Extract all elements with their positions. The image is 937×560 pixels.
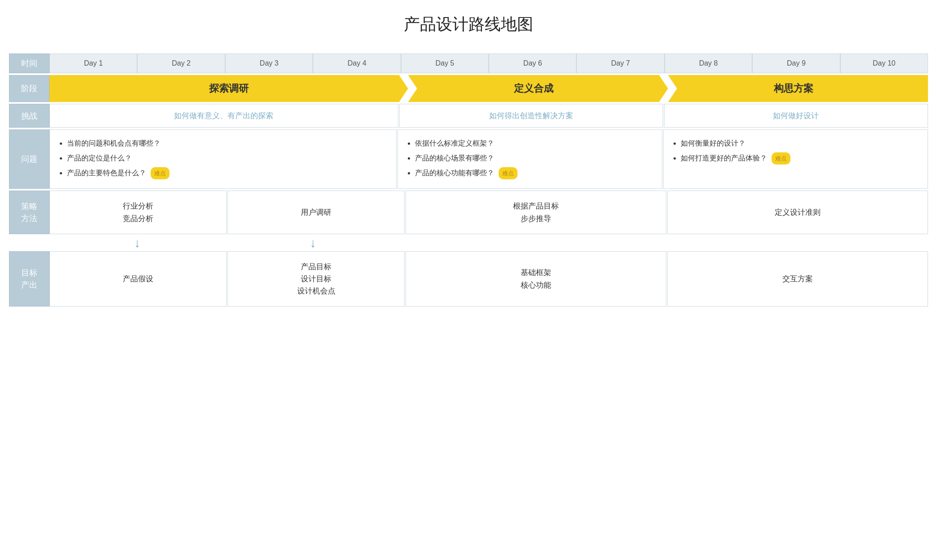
time-cells: Day 1 Day 2 Day 3 Day 4 Day 5 Day 6 Day … <box>49 53 928 73</box>
problem-1-item-3: 产品的主要特色是什么？ 难点 <box>67 167 387 180</box>
strategy-content: 行业分析竞品分析 用户调研 根据产品目标步步推导 定义设计准则 <box>49 191 928 234</box>
time-label: 时间 <box>9 53 49 73</box>
problem-label: 问题 <box>9 129 49 189</box>
problem-2-item-1: 依据什么标准定义框架？ <box>415 137 653 150</box>
output-label: 目标产出 <box>9 251 49 307</box>
arrow-1b: ↓ <box>225 235 401 251</box>
nandian-3: 难点 <box>772 152 790 164</box>
day-7: Day 7 <box>576 53 664 73</box>
problem-3-item-2: 如何打造更好的产品体验？ 难点 <box>681 152 919 165</box>
problem-box-3: 如何衡量好的设计？ 如何打造更好的产品体验？ 难点 <box>663 129 928 189</box>
problem-box-1: 当前的问题和机会点有哪些？ 产品的定位是什么？ 产品的主要特色是什么？ 难点 <box>49 129 397 189</box>
phase-3: 构思方案 <box>659 75 928 102</box>
output-1a: 产品假设 <box>49 251 227 307</box>
challenge-row: 挑战 如何做有意义、有产出的探索 如何得出创造性解决方案 如何做好设计 <box>9 104 928 128</box>
output-1b: 产品目标设计目标设计机会点 <box>228 251 405 307</box>
challenge-content: 如何做有意义、有产出的探索 如何得出创造性解决方案 如何做好设计 <box>49 104 928 128</box>
problem-row: 问题 当前的问题和机会点有哪些？ 产品的定位是什么？ 产品的主要特色是什么？ 难… <box>9 129 928 189</box>
day-2: Day 2 <box>137 53 225 73</box>
strategy-row: 策略方法 行业分析竞品分析 用户调研 根据产品目标步步推导 定义设计准则 <box>9 191 928 234</box>
output-content: 产品假设 产品目标设计目标设计机会点 基础框架核心功能 交互方案 <box>49 251 928 307</box>
challenge-label: 挑战 <box>9 104 49 128</box>
nandian-2: 难点 <box>499 167 518 179</box>
challenge-3: 如何做好设计 <box>664 104 928 128</box>
day-1: Day 1 <box>49 53 137 73</box>
phase-content: 探索调研 定义合成 构思方案 <box>49 75 928 102</box>
phase-label: 阶段 <box>9 75 49 102</box>
day-4: Day 4 <box>313 53 401 73</box>
day-8: Day 8 <box>665 53 752 73</box>
problem-2-item-3: 产品的核心功能有哪些？ 难点 <box>415 167 653 180</box>
problem-3-item-1: 如何衡量好的设计？ <box>681 137 919 150</box>
problem-box-2: 依据什么标准定义框架？ 产品的核心场景有哪些？ 产品的核心功能有哪些？ 难点 <box>397 129 662 189</box>
strategy-1a: 行业分析竞品分析 <box>49 191 227 234</box>
nandian-1: 难点 <box>151 167 170 179</box>
time-row: 时间 Day 1 Day 2 Day 3 Day 4 Day 5 Day 6 D… <box>9 53 928 73</box>
problem-1-item-1: 当前的问题和机会点有哪些？ <box>67 137 387 150</box>
day-9: Day 9 <box>752 53 840 73</box>
phase-1: 探索调研 <box>49 75 408 102</box>
arrow-1a: ↓ <box>49 235 225 251</box>
problem-2-item-2: 产品的核心场景有哪些？ <box>415 152 653 165</box>
challenge-1: 如何做有意义、有产出的探索 <box>49 104 398 128</box>
arrow-row: ↓ ↓ <box>9 235 928 251</box>
strategy-2: 根据产品目标步步推导 <box>406 191 666 234</box>
problem-content: 当前的问题和机会点有哪些？ 产品的定位是什么？ 产品的主要特色是什么？ 难点 依… <box>49 129 928 189</box>
day-6: Day 6 <box>489 53 576 73</box>
arrow-content: ↓ ↓ <box>49 235 928 251</box>
problem-1-item-2: 产品的定位是什么？ <box>67 152 387 165</box>
page-title: 产品设计路线地图 <box>9 13 928 36</box>
day-3: Day 3 <box>225 53 313 73</box>
strategy-label: 策略方法 <box>9 191 49 234</box>
day-10: Day 10 <box>840 53 928 73</box>
arrow-3 <box>665 235 928 251</box>
output-row: 目标产出 产品假设 产品目标设计目标设计机会点 基础框架核心功能 交互方案 <box>9 251 928 307</box>
strategy-1b: 用户调研 <box>228 191 405 234</box>
output-3: 交互方案 <box>667 251 928 307</box>
output-2: 基础框架核心功能 <box>406 251 666 307</box>
phase-2: 定义合成 <box>399 75 668 102</box>
challenge-2: 如何得出创造性解决方案 <box>399 104 663 128</box>
phase-row: 阶段 探索调研 定义合成 构思方案 <box>9 75 928 102</box>
arrow-2 <box>401 235 665 251</box>
day-5: Day 5 <box>401 53 489 73</box>
strategy-3: 定义设计准则 <box>667 191 928 234</box>
